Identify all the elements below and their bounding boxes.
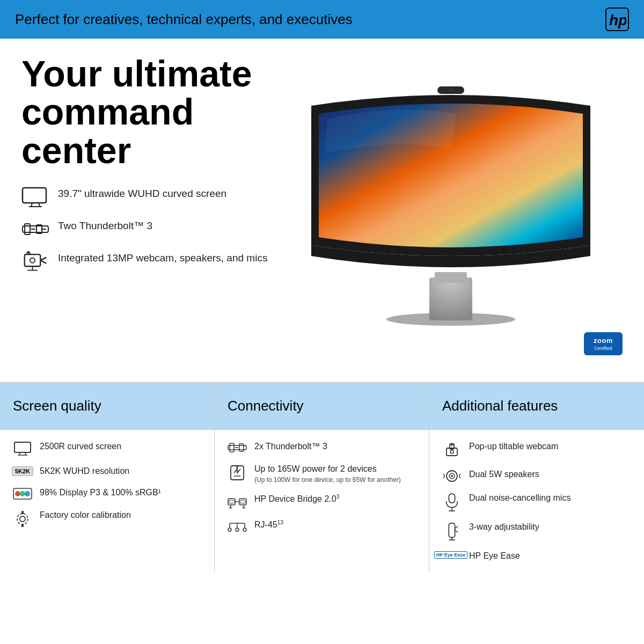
adjust-icon bbox=[442, 521, 462, 540]
zoom-badge: zoom Certified bbox=[584, 332, 623, 355]
factory-calibration-text: Factory color calibration bbox=[40, 509, 131, 521]
svg-rect-37 bbox=[239, 444, 244, 451]
svg-point-21 bbox=[449, 88, 453, 92]
svg-rect-19 bbox=[435, 272, 467, 283]
svg-point-64 bbox=[451, 475, 453, 477]
curved-screen-text: 2500R curved screen bbox=[40, 441, 121, 452]
speakers-text: Dual 5W speakers bbox=[469, 469, 539, 480]
certified-text: Certified bbox=[589, 346, 617, 351]
additional-features-content: Pop-up tiltable webcam Dual 5W speakers bbox=[429, 430, 644, 573]
5k2k-badge: 5K2K bbox=[12, 466, 33, 476]
popup-webcam-row: Pop-up tiltable webcam bbox=[442, 441, 631, 459]
connectivity-content: 2x Thunderbolt™ 3 Up to 165W power for 2… bbox=[215, 430, 429, 543]
hero-features: 39.7" ultrawide WUHD curved screen Two T… bbox=[21, 187, 279, 272]
hero-feature-3-text: Integrated 13MP webcam, speakers, and mi… bbox=[58, 251, 267, 265]
hero-feature-2-text: Two Thunderbolt™ 3 bbox=[58, 219, 152, 233]
eyeease-badge-icon: HP Eye Ease bbox=[442, 550, 462, 559]
hero-feature-1: 39.7" ultrawide WUHD curved screen bbox=[21, 187, 279, 207]
mic-icon bbox=[442, 492, 462, 511]
svg-rect-44 bbox=[240, 500, 245, 503]
svg-line-11 bbox=[40, 258, 46, 261]
bridge-row: HP Device Bridge 2.03 bbox=[228, 493, 416, 509]
svg-point-50 bbox=[228, 528, 231, 531]
svg-rect-32 bbox=[21, 511, 24, 514]
hero-left: Your ultimate command center 39.7" ultra… bbox=[21, 55, 279, 371]
screen-quality-content: 2500R curved screen 5K2K 5K2K WUHD resol… bbox=[0, 430, 214, 538]
popup-webcam-text: Pop-up tiltable webcam bbox=[469, 441, 558, 452]
screen-quality-col: Screen quality 2500R curved screen 5K2K bbox=[0, 383, 215, 573]
display-p3-row: 98% Display P3 & 100% sRGB¹ bbox=[13, 487, 201, 500]
connectivity-header: Connectivity bbox=[215, 383, 429, 430]
speakers-row: Dual 5W speakers bbox=[442, 469, 631, 482]
svg-rect-33 bbox=[21, 524, 24, 527]
monitor-image bbox=[295, 74, 606, 353]
curved-screen-row: 2500R curved screen bbox=[13, 441, 201, 456]
svg-text:hp: hp bbox=[609, 12, 626, 28]
hero-feature-2: Two Thunderbolt™ 3 bbox=[21, 219, 279, 239]
thunderbolt-row: 2x Thunderbolt™ 3 bbox=[228, 441, 416, 453]
rj45-text: RJ-4513 bbox=[254, 519, 283, 531]
svg-point-28 bbox=[20, 491, 25, 496]
hero-feature-3: Integrated 13MP webcam, speakers, and mi… bbox=[21, 251, 279, 272]
monitor-hero-icon bbox=[21, 187, 49, 207]
zoom-text: zoom bbox=[589, 336, 617, 345]
svg-rect-18 bbox=[429, 277, 472, 320]
thunderbolt-conn-icon bbox=[228, 441, 247, 453]
power-row: Up to 165W power for 2 devices (Up to 10… bbox=[228, 463, 416, 484]
banner-text: Perfect for creatives, technical experts… bbox=[15, 11, 353, 28]
svg-point-13 bbox=[30, 258, 35, 263]
5k2k-text: 5K2K WUHD resolution bbox=[40, 465, 129, 477]
webcam-hero-icon bbox=[21, 251, 49, 272]
5k2k-row: 5K2K 5K2K WUHD resolution bbox=[13, 465, 201, 477]
svg-point-51 bbox=[236, 528, 239, 531]
speakers-icon bbox=[442, 469, 462, 482]
svg-rect-1 bbox=[23, 188, 46, 203]
svg-point-52 bbox=[243, 528, 246, 531]
svg-rect-10 bbox=[25, 254, 41, 266]
curved-monitor-icon bbox=[13, 441, 32, 456]
svg-point-60 bbox=[450, 450, 453, 453]
top-banner: Perfect for creatives, technical experts… bbox=[0, 0, 644, 39]
hero-section: Your ultimate command center 39.7" ultra… bbox=[0, 39, 644, 382]
power-icon bbox=[228, 463, 247, 481]
svg-rect-43 bbox=[229, 500, 234, 503]
power-text-group: Up to 165W power for 2 devices (Up to 10… bbox=[254, 463, 401, 484]
svg-point-29 bbox=[25, 491, 30, 496]
power-text: Up to 165W power for 2 devices bbox=[254, 464, 377, 473]
rj45-row: RJ-4513 bbox=[228, 519, 416, 532]
color-dots-icon bbox=[13, 487, 32, 500]
connectivity-col: Connectivity 2x Thunderbolt™ 3 bbox=[215, 383, 429, 573]
5k2k-badge-icon: 5K2K bbox=[13, 465, 32, 476]
hero-feature-1-text: 39.7" ultrawide WUHD curved screen bbox=[58, 187, 226, 201]
svg-rect-35 bbox=[230, 443, 234, 452]
eyeease-text: HP Eye Ease bbox=[469, 550, 520, 562]
additional-features-col: Additional features Pop-up tiltable webc… bbox=[429, 383, 644, 573]
hero-right: zoom Certified bbox=[279, 55, 623, 371]
screen-quality-header: Screen quality bbox=[0, 383, 214, 430]
eyeease-row: HP Eye Ease HP Eye Ease bbox=[442, 550, 631, 562]
svg-point-30 bbox=[20, 516, 25, 522]
hp-logo: hp bbox=[605, 8, 629, 31]
svg-rect-22 bbox=[14, 442, 31, 452]
bottom-grid: Screen quality 2500R curved screen 5K2K bbox=[0, 382, 644, 573]
svg-line-12 bbox=[40, 260, 46, 264]
adjustability-row: 3-way adjustability bbox=[442, 521, 631, 540]
svg-rect-68 bbox=[449, 523, 455, 537]
calibration-gear-icon bbox=[13, 509, 32, 528]
eyeease-label-badge: HP Eye Ease bbox=[434, 551, 467, 559]
power-subtext: (Up to 100W for one device, up to 65W fo… bbox=[254, 476, 401, 484]
hero-title: Your ultimate command center bbox=[21, 55, 279, 170]
bridge-icon bbox=[228, 493, 247, 509]
factory-calibration-row: Factory color calibration bbox=[13, 509, 201, 528]
svg-point-27 bbox=[15, 491, 20, 496]
display-p3-text: 98% Display P3 & 100% sRGB¹ bbox=[40, 487, 161, 499]
svg-rect-65 bbox=[449, 494, 455, 503]
mics-row: Dual noise-cancelling mics bbox=[442, 492, 631, 511]
popup-webcam-icon bbox=[442, 441, 462, 459]
thunderbolt-text: 2x Thunderbolt™ 3 bbox=[254, 441, 327, 452]
bridge-text: HP Device Bridge 2.03 bbox=[254, 493, 339, 505]
mics-text: Dual noise-cancelling mics bbox=[469, 492, 570, 504]
rj45-icon bbox=[228, 519, 247, 532]
thunderbolt-hero-icon bbox=[21, 219, 49, 239]
adjustability-text: 3-way adjustability bbox=[469, 521, 539, 533]
